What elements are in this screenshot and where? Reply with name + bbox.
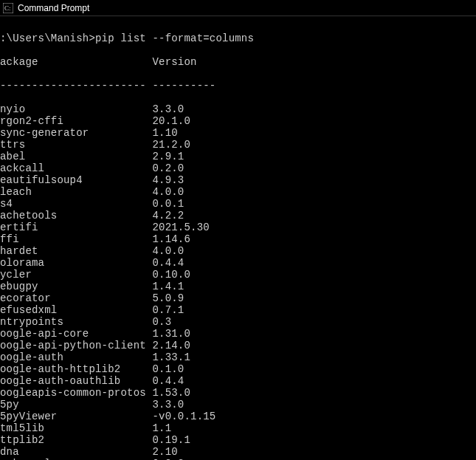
package-name: achetools (0, 210, 152, 222)
package-version: 0.2.0 (152, 162, 184, 174)
package-version: 0.4.4 (152, 257, 184, 269)
package-version: 1.33.1 (152, 351, 190, 363)
package-version: 4.2.2 (152, 210, 184, 222)
package-version: 5.0.9 (152, 292, 184, 304)
package-name: tml5lib (0, 422, 152, 434)
package-version: 20.1.0 (152, 115, 190, 127)
package-row: sync-generator 1.10 (0, 127, 476, 139)
package-row: nyio 3.3.0 (0, 103, 476, 115)
package-name: ntrypoints (0, 316, 152, 328)
package-version: 2.14.0 (152, 340, 190, 351)
window-title: Command Prompt (18, 3, 89, 13)
package-row: s4 0.0.1 (0, 198, 476, 210)
package-row: eautifulsoup4 4.9.3 (0, 174, 476, 186)
table-divider: ----------------------- ---------- (0, 80, 476, 92)
package-version: 0.3 (152, 316, 171, 328)
package-row: rgon2-cffi 20.1.0 (0, 115, 476, 127)
package-version: 4.9.3 (152, 174, 184, 186)
command-prompt-line: :\Users\Manish>pip list --format=columns (0, 32, 476, 44)
package-list: nyio 3.3.0rgon2-cffi 20.1.0sync-generato… (0, 103, 476, 460)
package-row: abel 2.9.1 (0, 151, 476, 162)
package-name: leach (0, 186, 152, 198)
package-version: 3.3.0 (152, 103, 184, 115)
divider-package: ----------------------- (0, 80, 146, 92)
package-row: tml5lib 1.1 (0, 422, 476, 434)
package-name: 5py (0, 399, 152, 411)
package-version: 2.9.1 (152, 151, 184, 162)
package-name: ecorator (0, 292, 152, 304)
package-row: olorama 0.4.4 (0, 257, 476, 269)
package-name: ffi (0, 233, 152, 245)
package-row: ffi 1.14.6 (0, 233, 476, 245)
package-row: oogle-auth-oauthlib 0.4.4 (0, 375, 476, 387)
package-row: oogle-auth-httplib2 0.1.0 (0, 363, 476, 375)
package-row: ecorator 5.0.9 (0, 292, 476, 304)
header-package: ackage (0, 56, 38, 68)
package-name: nyio (0, 103, 152, 115)
package-version: 2021.5.30 (152, 222, 209, 233)
package-name: ttrs (0, 139, 152, 151)
package-name: ebugpy (0, 281, 152, 292)
package-name: sync-generator (0, 127, 152, 139)
package-name: ackcall (0, 162, 152, 174)
package-row: ttplib2 0.19.1 (0, 434, 476, 446)
package-version: 3.3.0 (152, 399, 184, 411)
package-version: 4.0.0 (152, 245, 184, 257)
package-version: 0.7.1 (152, 304, 184, 316)
package-name: oogle-api-python-client (0, 340, 152, 351)
package-name: oogle-api-core (0, 328, 152, 340)
package-name: ttplib2 (0, 434, 152, 446)
header-pad (38, 56, 153, 68)
package-version: 4.0.0 (152, 186, 184, 198)
package-name: dna (0, 446, 152, 458)
package-name: oogle-auth (0, 351, 152, 363)
header-version: Version (152, 56, 196, 68)
package-version: 0.0.1 (152, 198, 184, 210)
cmd-icon: C: (3, 3, 13, 13)
package-name: 5pyViewer (0, 411, 152, 422)
package-name: oogle-auth-oauthlib (0, 375, 152, 387)
package-version: 2.10 (152, 446, 177, 458)
divider-version: ---------- (152, 80, 215, 92)
package-row: ackcall 0.2.0 (0, 162, 476, 174)
package-version: 1.31.0 (152, 328, 190, 340)
package-version: 1.4.1 (152, 281, 184, 292)
package-row: ebugpy 1.4.1 (0, 281, 476, 292)
package-name: efusedxml (0, 304, 152, 316)
package-name: oogle-auth-httplib2 (0, 363, 152, 375)
package-row: dna 2.10 (0, 446, 476, 458)
package-version: 1.1 (152, 422, 171, 434)
package-name: eautifulsoup4 (0, 174, 152, 186)
package-row: oogleapis-common-protos 1.53.0 (0, 387, 476, 399)
package-name: ertifi (0, 222, 152, 233)
package-name: rgon2-cffi (0, 115, 152, 127)
package-row: ertifi 2021.5.30 (0, 222, 476, 233)
package-row: oogle-auth 1.33.1 (0, 351, 476, 363)
package-name: ycler (0, 269, 152, 281)
package-row: achetools 4.2.2 (0, 210, 476, 222)
package-name: s4 (0, 198, 152, 210)
package-row: efusedxml 0.7.1 (0, 304, 476, 316)
package-version: 1.53.0 (152, 387, 190, 399)
package-name: oogleapis-common-protos (0, 387, 152, 399)
terminal-output[interactable]: :\Users\Manish>pip list --format=columns… (0, 16, 476, 460)
package-row: oogle-api-python-client 2.14.0 (0, 340, 476, 351)
package-row: ttrs 21.2.0 (0, 139, 476, 151)
package-row: 5py 3.3.0 (0, 399, 476, 411)
package-name: hardet (0, 245, 152, 257)
window-titlebar[interactable]: C: Command Prompt (0, 0, 476, 16)
package-name: olorama (0, 257, 152, 269)
package-version: 1.10 (152, 127, 177, 139)
table-header: ackage Version (0, 56, 476, 68)
package-row: oogle-api-core 1.31.0 (0, 328, 476, 340)
package-row: ycler 0.10.0 (0, 269, 476, 281)
package-version: 21.2.0 (152, 139, 190, 151)
package-version: 0.19.1 (152, 434, 190, 446)
package-version: 0.1.0 (152, 363, 184, 375)
package-row: leach 4.0.0 (0, 186, 476, 198)
package-name: abel (0, 151, 152, 162)
package-row: ntrypoints 0.3 (0, 316, 476, 328)
package-version: 0.10.0 (152, 269, 190, 281)
package-row: hardet 4.0.0 (0, 245, 476, 257)
package-row: 5pyViewer -v0.0.1.15 (0, 411, 476, 422)
